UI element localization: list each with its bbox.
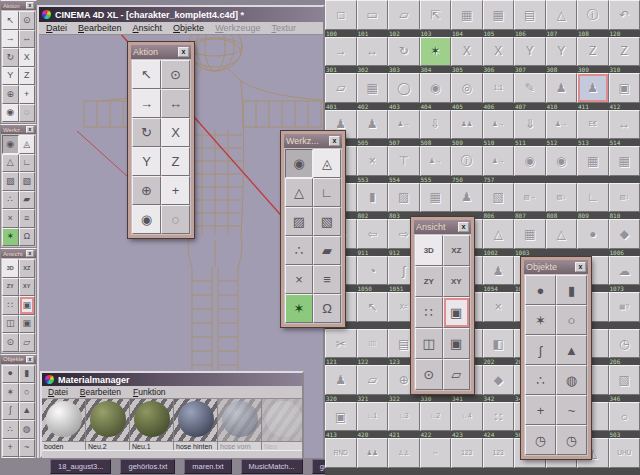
world-axis-tool-button[interactable]: ∟ — [19, 154, 36, 173]
marble-square-icon[interactable]: ▨803 — [388, 183, 420, 220]
open-folder-icon[interactable]: ▭101 — [357, 0, 389, 37]
camera-mode-button[interactable]: ◉ — [285, 149, 313, 178]
currency-convert-icon[interactable]: E€513 — [577, 110, 609, 147]
new-document-icon[interactable]: □100 — [325, 0, 357, 37]
menu-werkzeuge[interactable]: Werkzeuge — [215, 23, 260, 33]
edges-mode-button[interactable]: × — [285, 265, 313, 294]
y-letter-icon[interactable]: Y307 — [514, 37, 546, 74]
camera-link-icon[interactable]: ◉ — [514, 146, 546, 183]
magnifier-tool-button[interactable]: ⊙ — [161, 60, 190, 89]
taskbar-button[interactable]: gehörlos.txt — [120, 459, 175, 474]
polygons-mode-button[interactable]: ▰ — [313, 236, 341, 265]
y-axis-lock-button[interactable]: Y — [132, 147, 161, 176]
view-zy-button[interactable]: ZY — [2, 278, 19, 297]
add-circle-button[interactable]: ○ — [19, 383, 36, 402]
camera-link-button[interactable]: ◉ — [132, 205, 161, 234]
texture-axes-icon[interactable]: ▧806 — [483, 183, 515, 220]
camera-mode-button[interactable]: ◉ — [2, 135, 19, 154]
magnify-figure-icon[interactable]: ◉404 — [420, 73, 452, 110]
big-arrow-left-icon[interactable]: ⇦911 — [357, 219, 389, 256]
figures-123-arrow-icon[interactable]: 123 — [483, 438, 515, 475]
figure-branch-icon[interactable]: ♟505 — [357, 110, 389, 147]
uhu-glue-icon[interactable]: UHU — [609, 438, 640, 475]
split-views-icon[interactable]: ∷424 — [483, 402, 515, 439]
curve-axes-icon[interactable]: ∟809 — [577, 183, 609, 220]
add-clock-button[interactable]: ◷ — [525, 425, 556, 455]
view-xy-button[interactable]: XY — [19, 278, 36, 297]
split-4-views-button[interactable]: ∷ — [2, 296, 19, 315]
figure-info-icon[interactable]: ⓘ750 — [451, 146, 483, 183]
figure-cone-icon[interactable]: ♟1054 — [483, 256, 515, 293]
close-icon[interactable]: x — [458, 222, 469, 232]
view-3-icon[interactable]: ∟3421 — [388, 402, 420, 439]
table-list-icon[interactable]: ▤106 — [514, 0, 546, 37]
cursor-icon[interactable]: ↖ — [357, 292, 389, 329]
texture-updown-icon[interactable]: ▧↕810 — [609, 183, 640, 220]
y-letter-icon[interactable]: Y308 — [546, 37, 578, 74]
palette-titlebar-ansicht[interactable]: Ansichtx — [1, 249, 36, 258]
save-icon[interactable]: ▦104 — [451, 0, 483, 37]
material-slot[interactable]: Neu.1 — [130, 399, 174, 450]
add-timeline-button[interactable]: ◷ — [556, 425, 587, 455]
walk-figure-icon[interactable]: ✶304 — [420, 37, 452, 74]
object-axis-button[interactable]: + — [161, 176, 190, 205]
walk-tool-button[interactable]: ✶ — [2, 228, 19, 247]
magnify-scene-icon[interactable]: ◎405 — [451, 73, 483, 110]
view-xz-button[interactable]: XZ — [19, 259, 36, 278]
menu-textur[interactable]: Textur — [272, 23, 297, 33]
material-slot[interactable]: hose vorn — [218, 399, 262, 450]
view-1-icon[interactable]: ∟1420 — [357, 402, 389, 439]
view-3d-button[interactable]: 3D — [415, 235, 443, 266]
palette-titlebar-objekte[interactable]: Objektex — [524, 260, 588, 274]
close-folder-icon[interactable]: ⇱103 — [420, 0, 452, 37]
press-t-icon[interactable]: ⊤554 — [388, 146, 420, 183]
figure-axis-icon[interactable]: ♟320 — [325, 365, 357, 402]
split-2-views-button[interactable]: ◫ — [2, 315, 19, 334]
object-mode-button[interactable]: ◬ — [313, 149, 341, 178]
camera-unlink-button[interactable]: ◌ — [19, 104, 36, 123]
one-to-one-icon[interactable]: 1:1406 — [483, 73, 515, 110]
palette-titlebar-ansicht[interactable]: Ansichtx — [414, 220, 471, 234]
view-zy-button[interactable]: ZY — [415, 266, 443, 297]
cubes-view-button[interactable]: ▱ — [19, 333, 36, 352]
cone-icon[interactable]: △1002 — [483, 219, 515, 256]
tools-cross-icon[interactable]: ×553 — [357, 146, 389, 183]
material-menu-datei[interactable]: Datei — [48, 387, 68, 397]
points-mode-button[interactable]: ∴ — [285, 236, 313, 265]
material-slot[interactable]: hose hinten — [174, 399, 218, 450]
menu-objekte[interactable]: Objekte — [173, 23, 204, 33]
grid-icon[interactable]: ▦402 — [357, 73, 389, 110]
uv-mode-button[interactable]: ≡ — [19, 209, 36, 228]
magnifier-tool-button[interactable]: ⊙ — [19, 11, 36, 30]
object-mode-button[interactable]: ◬ — [19, 135, 36, 154]
sky-icon[interactable]: ☁1073 — [609, 256, 640, 293]
edges-mode-button[interactable]: × — [2, 209, 19, 228]
camera-link-button[interactable]: ◉ — [2, 104, 19, 123]
rotate-icon[interactable]: ↻303 — [388, 37, 420, 74]
undo-icon[interactable]: ↶120 — [609, 0, 640, 37]
add-light-button[interactable]: ◍ — [556, 365, 587, 395]
add-sphere-button[interactable]: ● — [525, 275, 556, 305]
add-axis-button[interactable]: + — [2, 439, 19, 458]
marble-cylinder-icon[interactable]: ▮802 — [357, 183, 389, 220]
close-icon[interactable]: x — [329, 136, 340, 146]
pencil-icon[interactable]: ✎407 — [514, 73, 546, 110]
z-letter-icon[interactable]: Z310 — [609, 37, 640, 74]
magnet-tool-button[interactable]: Ω — [313, 294, 341, 323]
single-view-button[interactable]: ▣ — [443, 297, 471, 328]
material-menu-bearbeiten[interactable]: Bearbeiten — [80, 387, 121, 397]
figures-move-icon[interactable]: ♟→507 — [388, 110, 420, 147]
material-slot[interactable]: Neu.2 — [86, 399, 130, 450]
x-letter-icon[interactable]: X305 — [451, 37, 483, 74]
add-star-button[interactable]: ✶ — [2, 383, 19, 402]
add-terrain-button[interactable]: ▲ — [556, 335, 587, 365]
close-icon[interactable]: x — [26, 126, 34, 133]
taskbar-button[interactable]: maren.txt — [184, 459, 231, 474]
plane-axis-icon[interactable]: ▱321 — [357, 365, 389, 402]
floppy-question-icon[interactable]: ▦ — [609, 146, 640, 183]
x-axis-lock-button[interactable]: X — [161, 118, 190, 147]
add-particles-button[interactable]: ∴ — [525, 365, 556, 395]
close-icon[interactable]: x — [26, 2, 34, 9]
material-slot[interactable]: Neu — [262, 399, 302, 450]
split-2-views-button[interactable]: ◫ — [415, 328, 443, 359]
